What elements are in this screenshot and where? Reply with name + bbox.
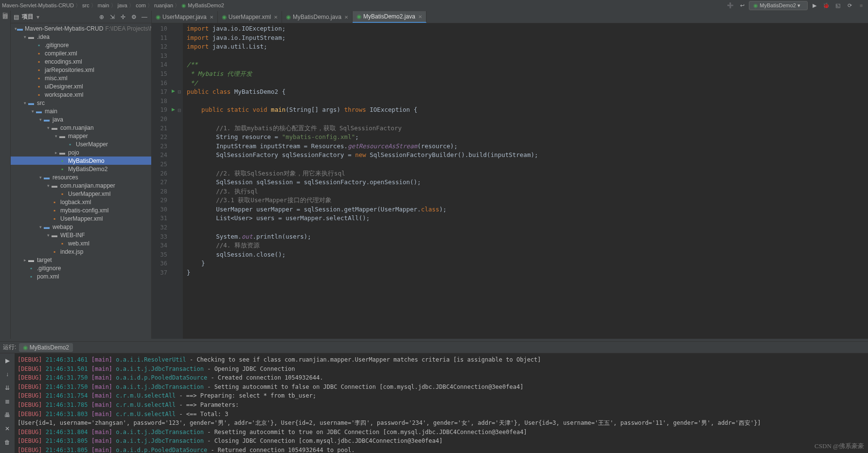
file-icon: ◉ xyxy=(286,14,291,20)
line-numbers: 10 11 12 13 14 15 16 17 18 19 20 21 22 2… xyxy=(152,23,170,339)
tree-icon: ▪ xyxy=(51,248,58,255)
close-icon[interactable]: ✕ xyxy=(210,15,213,20)
trash-icon[interactable]: 🗑 xyxy=(2,437,13,448)
close-icon[interactable]: ✕ xyxy=(344,15,348,20)
tree-item[interactable]: ▾▬src xyxy=(11,99,151,107)
expand-all-icon[interactable]: ⇲ xyxy=(108,13,116,21)
breadcrumb-item[interactable]: Maven-Servlet-Mybatis-CRUD xyxy=(2,2,74,8)
tree-item[interactable]: ▪logback.xml xyxy=(11,198,151,206)
tree-item[interactable]: ▾▬.idea xyxy=(11,33,151,41)
tree-item[interactable]: ▪UserMapper xyxy=(11,140,151,148)
tree-item[interactable]: ▪pom.xml xyxy=(11,272,151,280)
project-title: 项目 xyxy=(22,13,34,21)
scroll-end-icon[interactable]: ⇊ xyxy=(2,383,13,393)
tree-item[interactable]: ▪UserMapper.xml xyxy=(11,190,151,198)
code-editor[interactable]: 10 11 12 13 14 15 16 17 18 19 20 21 22 2… xyxy=(152,23,868,339)
tree-icon: ▬ xyxy=(51,232,58,239)
tree-item[interactable]: ▪index.jsp xyxy=(11,247,151,256)
print-icon[interactable]: 🖶 xyxy=(2,410,13,420)
tree-item[interactable]: ▪compiler.xml xyxy=(11,49,151,57)
tree-item[interactable]: ▪.gitignore xyxy=(11,41,151,49)
tree-icon: ▪ xyxy=(58,166,66,173)
tree-item[interactable]: ▾▬Maven-Servlet-Mybatis-CRUDF:\IDEA Proj… xyxy=(11,24,151,33)
tree-item[interactable]: ▪web.xml xyxy=(11,239,151,247)
tree-item[interactable]: ▪uiDesigner.xml xyxy=(11,82,151,90)
tree-item[interactable]: ▪UserMapper.xml xyxy=(11,214,151,223)
tree-icon: ▬ xyxy=(58,133,66,139)
debug-icon[interactable]: 🐞 xyxy=(821,0,831,10)
editor-tab[interactable]: ◉MyBatisDemo2.java✕ xyxy=(353,11,426,23)
tree-icon: ▪ xyxy=(51,207,58,214)
hide-icon[interactable]: — xyxy=(141,13,148,21)
console-output[interactable]: [DEBUG] 21:46:31.461 [main] o.a.i.i.Reso… xyxy=(15,353,868,453)
rerun-icon[interactable]: ▶ xyxy=(2,355,13,366)
stop-run-icon[interactable]: ↓ xyxy=(2,369,13,380)
tree-item[interactable]: ▾▬webapp xyxy=(11,223,151,231)
tree-icon: ▪ xyxy=(35,83,43,90)
tree-item[interactable]: ▾▬com.ruanjian.mapper xyxy=(11,181,151,190)
tree-item[interactable]: ▾▬com.ruanjian xyxy=(11,123,151,132)
tree-item[interactable]: ▾▬main xyxy=(11,107,151,115)
tree-icon: ▪ xyxy=(27,273,35,280)
run-config-dropdown[interactable]: ◉ MyBatisDemo2 ▾ xyxy=(749,1,808,10)
editor-tab[interactable]: ◉MyBatisDemo.java✕ xyxy=(282,11,353,23)
editor-tab[interactable]: ◉UserMapper.xml✕ xyxy=(218,11,282,23)
project-tool-icon[interactable]: ▤ xyxy=(2,13,8,19)
clear-icon[interactable]: ✕ xyxy=(2,423,13,434)
add-config-icon[interactable]: ➕ xyxy=(726,0,735,10)
tree-item[interactable]: ▪encodings.xml xyxy=(11,57,151,66)
profile-icon[interactable]: ⟳ xyxy=(845,0,854,10)
project-icon: ▤ xyxy=(14,14,19,20)
run-config-tab[interactable]: ◉ MyBatisDemo2 xyxy=(19,343,73,352)
tree-item[interactable]: ▸▬pojo xyxy=(11,148,151,157)
stop-icon[interactable]: ■ xyxy=(856,0,866,10)
tree-icon: ▬ xyxy=(27,34,35,40)
tree-icon: ▪ xyxy=(35,42,43,49)
tree-item[interactable]: ▪jarRepositories.xml xyxy=(11,66,151,74)
tree-item[interactable]: ▪mybatis-config.xml xyxy=(11,206,151,214)
tree-icon: ▪ xyxy=(35,58,43,65)
tree-item[interactable]: ▪misc.xml xyxy=(11,74,151,82)
breadcrumb-item[interactable]: com xyxy=(136,2,146,8)
editor-tabs: ◉UserMapper.java✕◉UserMapper.xml✕◉MyBati… xyxy=(152,11,868,23)
editor-tab[interactable]: ◉UserMapper.java✕ xyxy=(152,11,218,23)
tree-item[interactable]: ▪MyBatisDemo2 xyxy=(11,165,151,173)
project-tree[interactable]: ▾▬Maven-Servlet-Mybatis-CRUDF:\IDEA Proj… xyxy=(11,23,151,339)
tree-item[interactable]: ▾▬java xyxy=(11,115,151,123)
breadcrumb-item[interactable]: ruanjian xyxy=(154,2,173,8)
close-icon[interactable]: ✕ xyxy=(274,15,278,20)
coverage-icon[interactable]: ◱ xyxy=(833,0,843,10)
tree-item[interactable]: ▪workspace.xml xyxy=(11,90,151,99)
tree-icon: ▪ xyxy=(58,191,66,197)
breadcrumb-item[interactable]: ◉ MyBatisDemo2 xyxy=(181,2,224,8)
select-opened-icon[interactable]: ⊕ xyxy=(98,13,106,21)
close-icon[interactable]: ✕ xyxy=(418,14,422,19)
run-gutter[interactable]: ▶▶ xyxy=(170,23,176,339)
breadcrumb-item[interactable]: java xyxy=(118,2,127,8)
fold-gutter[interactable]: ⊟⊟ xyxy=(176,23,183,339)
tree-item[interactable]: ▾▬WEB-INF xyxy=(11,231,151,239)
tree-icon: ▬ xyxy=(51,182,58,189)
tree-icon: ▬ xyxy=(27,100,35,106)
settings-icon[interactable]: ⚙ xyxy=(130,13,138,21)
tree-icon: ▪ xyxy=(35,91,43,98)
collapse-all-icon[interactable]: ✢ xyxy=(119,13,127,21)
tree-item[interactable]: ▸▬target xyxy=(11,256,151,264)
tree-icon: ▪ xyxy=(58,240,66,247)
soft-wrap-icon[interactable]: ≣ xyxy=(2,396,13,407)
tree-icon: ▪ xyxy=(35,50,43,57)
breadcrumb-item[interactable]: src xyxy=(82,2,89,8)
file-icon: ◉ xyxy=(156,14,160,20)
watermark: CSDN @佛系豪豪 xyxy=(815,442,864,451)
file-icon: ◉ xyxy=(222,14,227,20)
code-content[interactable]: import java.io.IOException; import java.… xyxy=(183,23,868,339)
tree-icon: ▬ xyxy=(43,116,51,123)
run-icon[interactable]: ▶ xyxy=(810,0,819,10)
tree-item[interactable]: ▪.gitignore xyxy=(11,264,151,272)
tree-icon: ▪ xyxy=(35,75,43,82)
nav-back-icon[interactable]: ↩ xyxy=(737,0,747,10)
tree-item[interactable]: ▪MyBatisDemo xyxy=(11,157,151,165)
tree-item[interactable]: ▾▬resources xyxy=(11,173,151,181)
breadcrumb-item[interactable]: main xyxy=(98,2,109,8)
tree-item[interactable]: ▾▬mapper xyxy=(11,132,151,140)
